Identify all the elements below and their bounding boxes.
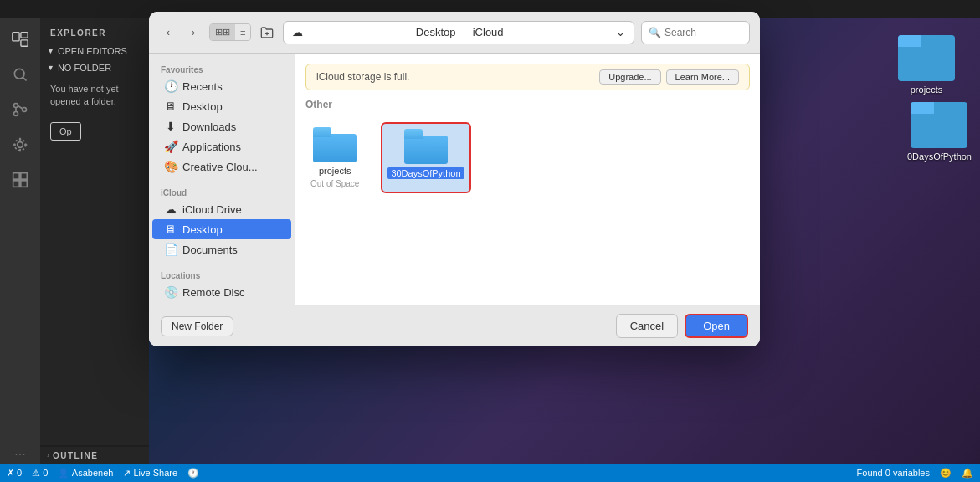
outline-arrow: › [47, 451, 49, 459]
dialog-main: iCloud storage is full. Upgrade... Learn… [295, 54, 760, 305]
svg-point-3 [14, 69, 24, 79]
svg-rect-12 [13, 173, 20, 180]
footer-actions: Cancel Open [616, 314, 748, 338]
sidebar-desktop-icloud[interactable]: 🖥 Desktop [152, 219, 291, 239]
svg-line-9 [18, 105, 23, 108]
cancel-button[interactable]: Cancel [616, 314, 678, 338]
svg-rect-2 [21, 40, 28, 46]
new-folder-icon-button[interactable] [258, 23, 276, 42]
status-bar: ✗ 0 ⚠ 0 👤 Asabeneh ↗ Live Share 🕐 Found … [0, 464, 980, 482]
locations-label: Locations [149, 266, 295, 282]
file-item-30days[interactable]: 30DaysOfPython [381, 122, 470, 193]
search-box[interactable]: 🔍 [641, 21, 750, 44]
sidebar-documents[interactable]: 📄 Documents [152, 239, 291, 259]
view-toggle: ⊞⊞ ≡ [209, 23, 251, 41]
no-folder-section[interactable]: ▼ NO FOLDER [40, 59, 149, 76]
no-folder-message: You have not yet opened a folder. [40, 76, 149, 115]
file-label-projects: projects [319, 166, 351, 176]
files-grid: projects Out of Space 30DaysOfPython [305, 122, 750, 193]
icloud-message: iCloud storage is full. [316, 71, 409, 83]
svg-point-11 [14, 139, 25, 150]
favourites-label: Favourites [149, 60, 295, 76]
open-button[interactable]: Open [685, 314, 748, 338]
svg-rect-13 [21, 173, 28, 180]
open-editors-label: OPEN EDITORS [58, 46, 127, 56]
path-chevron: ⌄ [616, 26, 625, 38]
svg-point-5 [14, 104, 18, 108]
desktop-icon-30days[interactable]: 0DaysOfPython [907, 102, 972, 162]
icloud-label: iCloud [149, 183, 295, 199]
desktop-icon-projects[interactable]: projects [898, 35, 955, 95]
desktop-fav-icon: 🖥 [164, 100, 177, 113]
file-label-30days: 30DaysOfPython [387, 167, 464, 179]
error-count: ✗ 0 [7, 468, 22, 479]
file-sublabel-projects: Out of Space [310, 179, 359, 188]
sidebar-icloud-drive[interactable]: ☁ iCloud Drive [152, 199, 291, 219]
open-folder-button[interactable]: Op [50, 122, 81, 141]
sidebar-recents[interactable]: 🕐 Recents [152, 76, 291, 96]
search-input[interactable] [664, 27, 740, 38]
current-path: Desktop — iCloud [416, 26, 504, 38]
grid-view-button[interactable]: ⊞⊞ [210, 24, 235, 40]
sidebar-applications[interactable]: 🚀 Applications [152, 136, 291, 156]
search-icon: 🔍 [649, 27, 661, 38]
desktop-icloud-icon: 🖥 [164, 223, 177, 236]
svg-rect-14 [13, 181, 20, 187]
status-right: Found 0 variables 😊 🔔 [857, 468, 973, 479]
dialog-sidebar: Favourites 🕐 Recents 🖥 Desktop ⬇ Downloa… [149, 54, 295, 305]
list-view-button[interactable]: ≡ [235, 24, 250, 40]
extensions-icon[interactable] [6, 166, 34, 194]
activity-bar: ··· [0, 18, 40, 482]
variables-label: Found 0 variables [857, 468, 930, 478]
source-control-icon[interactable] [6, 95, 34, 124]
upgrade-button[interactable]: Upgrade... [599, 69, 660, 85]
cloud-icon: ☁ [292, 26, 303, 38]
folder-icon-30days [404, 129, 448, 164]
sidebar-panel: EXPLORER ▼ OPEN EDITORS ▼ NO FOLDER You … [40, 18, 149, 445]
documents-icon: 📄 [164, 243, 177, 256]
sidebar-creative-cloud[interactable]: 🎨 Creative Clou... [152, 156, 291, 177]
icloud-banner: iCloud storage is full. Upgrade... Learn… [305, 64, 750, 90]
file-item-projects[interactable]: projects Out of Space [305, 122, 364, 193]
warning-count: ⚠ 0 [32, 468, 48, 479]
path-selector[interactable]: ☁ Desktop — iCloud ⌄ [283, 21, 634, 44]
svg-rect-0 [13, 33, 19, 41]
svg-rect-1 [21, 33, 28, 38]
open-editors-arrow: ▼ [47, 47, 54, 55]
no-folder-arrow: ▼ [47, 64, 54, 72]
learn-more-button[interactable]: Learn More... [666, 69, 739, 85]
svg-point-7 [23, 108, 27, 112]
back-button[interactable]: ‹ [159, 23, 177, 42]
icloud-drive-icon: ☁ [164, 203, 177, 216]
file-dialog: ‹ › ⊞⊞ ≡ ☁ Desktop — iCloud ⌄ 🔍 Favourit… [149, 12, 760, 346]
sidebar-desktop-fav[interactable]: 🖥 Desktop [152, 96, 291, 116]
no-folder-label: NO FOLDER [58, 63, 111, 73]
search-icon[interactable] [6, 60, 34, 89]
icloud-actions: Upgrade... Learn More... [599, 69, 739, 85]
downloads-icon: ⬇ [164, 120, 177, 133]
svg-point-10 [18, 142, 23, 148]
forward-button[interactable]: › [184, 23, 203, 42]
user-label: 👤 Asabeneh [58, 468, 113, 479]
svg-point-6 [14, 112, 18, 116]
bell-icon: 🔔 [962, 468, 973, 479]
creative-cloud-icon: 🎨 [164, 160, 177, 173]
explorer-icon[interactable] [6, 25, 34, 54]
dialog-body: Favourites 🕐 Recents 🖥 Desktop ⬇ Downloa… [149, 54, 760, 305]
desktop-icon-30days-label: 0DaysOfPython [907, 151, 972, 162]
smiley-icon: 😊 [940, 468, 952, 479]
folder-icon-projects [313, 127, 357, 162]
dialog-toolbar: ‹ › ⊞⊞ ≡ ☁ Desktop — iCloud ⌄ 🔍 [149, 12, 760, 54]
clock-icon: 🕐 [187, 468, 199, 479]
debug-icon[interactable] [6, 131, 34, 159]
new-folder-button[interactable]: New Folder [161, 316, 233, 336]
section-label: Other [305, 99, 750, 114]
sidebar-downloads[interactable]: ⬇ Downloads [152, 116, 291, 136]
open-editors-section[interactable]: ▼ OPEN EDITORS [40, 43, 149, 59]
sidebar-remote-disc[interactable]: 💿 Remote Disc [152, 282, 291, 302]
desktop-icon-projects-label: projects [911, 85, 943, 95]
svg-line-4 [23, 78, 27, 81]
remote-disc-icon: 💿 [164, 285, 177, 299]
explorer-title: EXPLORER [40, 18, 149, 43]
live-share-label[interactable]: ↗ Live Share [123, 468, 177, 479]
